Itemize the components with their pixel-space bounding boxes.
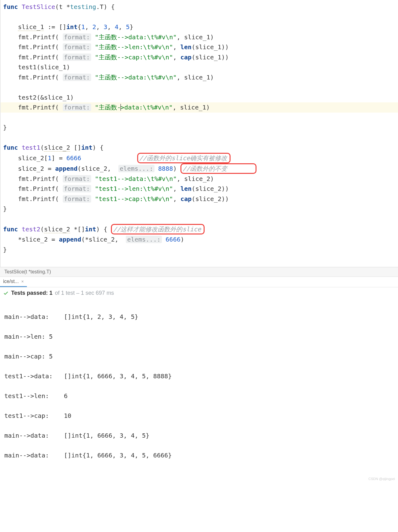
keyword: func — [3, 3, 18, 11]
breadcrumb[interactable]: TestSlice(t *testing.T) — [0, 267, 398, 277]
string: "test1-->cap:\t%#v\n" — [95, 195, 173, 203]
package: fmt — [18, 175, 29, 182]
string: "test1-->len:\t%#v\n" — [95, 185, 173, 192]
param-hint: format: — [63, 43, 91, 51]
code-line[interactable]: } — [1, 204, 398, 214]
param: slice_2 — [44, 225, 70, 233]
code-line[interactable]: fmt.Printf( format: "主函数-->data:\t%#v\n"… — [1, 72, 398, 83]
console-output[interactable]: main-->data: []int{1, 2, 3, 4, 5} main--… — [0, 299, 398, 483]
number: 1 — [81, 23, 85, 31]
number: 8888 — [158, 165, 173, 172]
code-line[interactable]: } — [1, 245, 398, 255]
number: 1 — [48, 154, 52, 162]
builtin: len — [180, 43, 192, 51]
package: fmt — [18, 33, 29, 41]
brace: } — [3, 205, 7, 212]
param-hint: format: — [63, 33, 91, 41]
code-line[interactable] — [1, 214, 398, 224]
console-line: main-->cap: 5 — [4, 351, 394, 361]
watermark: CSDN @qijingpei — [368, 477, 395, 481]
code-text: ) — [173, 165, 177, 172]
param-hint: format: — [63, 175, 91, 182]
breadcrumb-item[interactable]: TestSlice(t *testing.T) — [4, 269, 51, 274]
code-line[interactable] — [1, 133, 398, 143]
param-hint: format: — [63, 195, 91, 203]
code-line[interactable]: *slice_2 = append(*slice_2, elems...: 66… — [1, 234, 398, 245]
code-text: *[] — [70, 225, 85, 233]
code-editor[interactable]: func TestSlice(t *testing.T) { slice_1 :… — [0, 0, 398, 267]
param-hint: format: — [63, 185, 91, 192]
code-line[interactable]: slice_2[1] = 6666 //函数外的slice确实有被修改 — [1, 153, 398, 163]
package: fmt — [18, 74, 29, 81]
code-line[interactable]: } — [1, 122, 398, 133]
code-line[interactable]: test1(slice_1) — [1, 62, 398, 72]
code-text: , slice_2) — [177, 175, 214, 182]
package: fmt — [18, 195, 29, 203]
number: 4 — [115, 23, 118, 31]
code-line[interactable]: fmt.Printf( format: "主函数-->data:\t%#v\n"… — [1, 32, 398, 42]
code-text: *slice_2 = — [18, 236, 59, 243]
func-call: .Printf( — [29, 104, 59, 111]
run-tab[interactable]: ice/st... × — [0, 277, 27, 287]
code-line[interactable]: fmt.Printf( format: "test1-->len:\t%#v\n… — [1, 184, 398, 194]
code-text: ) — [180, 236, 184, 243]
builtin: append — [55, 165, 78, 172]
code-text: , slice_1) — [177, 33, 214, 41]
code-text: (t * — [55, 3, 70, 11]
func-call: .Printf( — [29, 43, 59, 51]
console-line: test1-->len: 6 — [4, 391, 394, 401]
func-name: TestSlice — [22, 3, 55, 11]
package: fmt — [18, 104, 29, 111]
code-text: ) { — [92, 144, 104, 151]
func-call: .Printf( — [29, 175, 59, 182]
code-line[interactable]: slice_2 = append(slice_2, elems...: 8888… — [1, 163, 398, 174]
number: 6666 — [166, 236, 180, 243]
code-text: ) { — [96, 225, 107, 233]
test-status-bar: Tests passed: 1 of 1 test – 1 sec 697 ms — [0, 287, 398, 299]
param: slice_2 — [44, 144, 70, 152]
brace: } — [3, 246, 7, 253]
code-line[interactable] — [1, 82, 398, 92]
tab-label: ice/st... — [3, 279, 19, 284]
code-line[interactable]: fmt.Printf( format: "主函数-->len:\t%#v\n",… — [1, 42, 398, 52]
keyword: int — [85, 225, 96, 233]
code-text: (slice_2, — [78, 165, 115, 172]
code-line[interactable]: fmt.Printf( format: "主函数-->cap:\t%#v\n",… — [1, 52, 398, 62]
run-tabs: ice/st... × — [0, 277, 398, 287]
string: "主函数->data:\t%#v\n" — [95, 104, 173, 111]
param-hint: elems...: — [118, 165, 154, 172]
variable: slice_1 — [18, 23, 44, 31]
code-line-current[interactable]: fmt.Printf( format: "主函数->data:\t%#v\n",… — [1, 102, 398, 113]
code-text: (*slice_2, — [81, 236, 126, 243]
builtin: len — [180, 185, 192, 192]
code-text: [] — [70, 144, 81, 151]
code-line[interactable]: test2(&slice_1) — [1, 92, 398, 103]
code-line[interactable]: func test1(slice_2 []int) { — [1, 143, 398, 153]
code-text: slice_2[ — [18, 154, 48, 162]
func-call: .Printf( — [29, 54, 59, 61]
code-line[interactable] — [1, 113, 398, 123]
brace: } — [3, 124, 7, 131]
code-line[interactable]: func test2(slice_2 *[]int) { //这样才能修改函数外… — [1, 224, 398, 234]
code-line[interactable]: func TestSlice(t *testing.T) { — [1, 2, 398, 12]
code-line[interactable]: fmt.Printf( format: "test1-->cap:\t%#v\n… — [1, 194, 398, 204]
tests-summary: of 1 test – 1 sec 697 ms — [55, 290, 114, 296]
func-call: .Printf( — [29, 74, 59, 81]
console-line: main-->data: []int{1, 2, 3, 4, 5} — [4, 312, 394, 322]
code-text: := [] — [44, 23, 66, 31]
check-icon — [3, 290, 9, 296]
code-text: slice_2 = — [18, 165, 55, 172]
code-text: .T) { — [96, 3, 115, 11]
code-text: (slice_2)) — [192, 185, 229, 192]
keyword: func — [3, 225, 18, 233]
console-line: test1-->data: []int{1, 6666, 3, 4, 5, 88… — [4, 371, 394, 381]
code-line[interactable] — [1, 12, 398, 22]
package: fmt — [18, 185, 29, 192]
package: fmt — [18, 54, 29, 61]
code-text: (slice_1)) — [192, 43, 229, 51]
string: "主函数-->data:\t%#v\n" — [95, 74, 177, 81]
close-icon[interactable]: × — [21, 279, 24, 284]
string: "主函数-->data:\t%#v\n" — [95, 33, 177, 41]
code-line[interactable]: fmt.Printf( format: "test1-->data:\t%#v\… — [1, 174, 398, 184]
code-line[interactable]: slice_1 := []int{1, 2, 3, 4, 5} — [1, 22, 398, 32]
